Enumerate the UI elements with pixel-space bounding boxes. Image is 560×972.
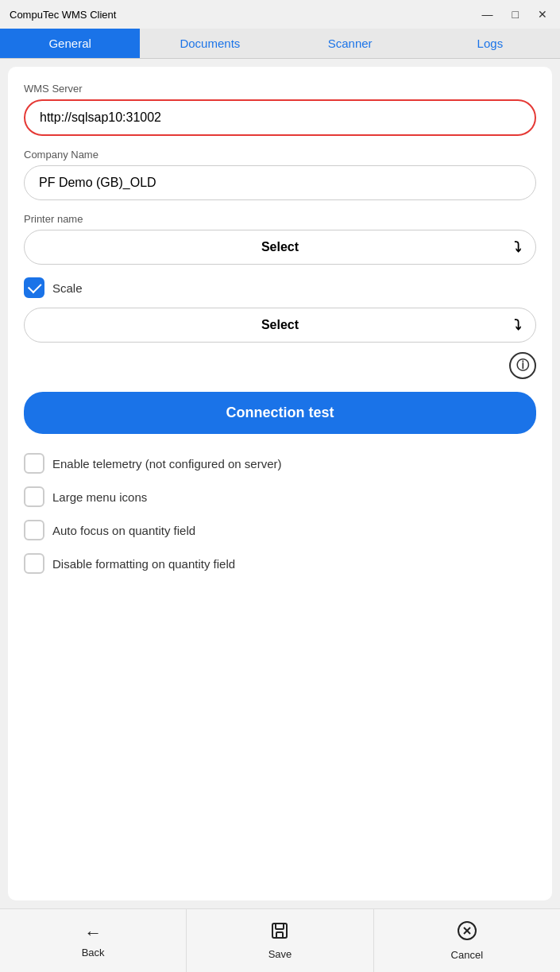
titlebar: CompuTec WMS Client — □ ✕ [0,0,560,29]
disable-format-label: Disable formatting on quantity field [52,557,235,571]
tab-general[interactable]: General [0,29,140,58]
company-name-input[interactable] [24,165,536,200]
disable-format-checkbox[interactable] [24,553,44,574]
wms-server-label: WMS Server [24,83,536,95]
large-icons-checkbox[interactable] [24,486,44,507]
printer-select-dropdown[interactable]: Select ⤵ [24,230,536,265]
auto-focus-label: Auto focus on quantity field [52,524,195,537]
telemetry-label: Enable telemetry (not configured on serv… [52,457,281,471]
telemetry-checkbox[interactable] [24,453,44,474]
cancel-button[interactable]: Cancel [374,909,560,972]
svg-rect-2 [276,932,283,938]
maximize-button[interactable]: □ [509,6,522,22]
main-content: WMS Server Company Name Printer name Sel… [8,67,552,900]
tab-scanner[interactable]: Scanner [280,29,420,58]
printer-name-label: Printer name [24,213,536,225]
disable-format-checkbox-row: Disable formatting on quantity field [24,553,536,574]
save-label: Save [268,948,292,960]
info-icon[interactable]: ⓘ [509,352,536,379]
save-icon [270,921,289,945]
scale-label: Scale [52,281,83,295]
scale-select-label: Select [261,318,299,332]
auto-focus-checkbox-row: Auto focus on quantity field [24,520,536,540]
tab-documents[interactable]: Documents [140,29,280,58]
back-label: Back [82,947,105,958]
printer-chevron-icon: ⤵ [514,239,521,256]
scale-checkbox[interactable] [24,277,44,298]
tab-bar: General Documents Scanner Logs [0,29,560,59]
back-icon: ← [84,923,102,943]
window-controls: — □ ✕ [479,6,550,22]
auto-focus-checkbox[interactable] [24,520,44,540]
scale-chevron-icon: ⤵ [514,317,521,334]
connection-test-button[interactable]: Connection test [24,392,536,434]
cancel-label: Cancel [451,949,483,961]
minimize-button[interactable]: — [479,6,496,22]
svg-rect-1 [276,924,284,929]
bottom-bar: ← Back Save Cancel [0,908,560,972]
app-title: CompuTec WMS Client [10,9,116,21]
info-row: ⓘ [24,352,536,379]
save-button[interactable]: Save [187,909,373,972]
tab-logs[interactable]: Logs [420,29,560,58]
close-button[interactable]: ✕ [535,6,550,22]
cancel-icon [457,920,477,946]
large-icons-label: Large menu icons [52,490,147,504]
company-name-label: Company Name [24,149,536,161]
back-button[interactable]: ← Back [0,909,187,972]
scale-select-dropdown[interactable]: Select ⤵ [24,308,536,343]
svg-rect-0 [272,924,287,938]
telemetry-checkbox-row: Enable telemetry (not configured on serv… [24,453,536,474]
printer-select-label: Select [261,240,299,254]
large-icons-checkbox-row: Large menu icons [24,486,536,507]
scale-checkbox-row: Scale [24,277,536,298]
wms-server-input[interactable] [24,99,536,136]
